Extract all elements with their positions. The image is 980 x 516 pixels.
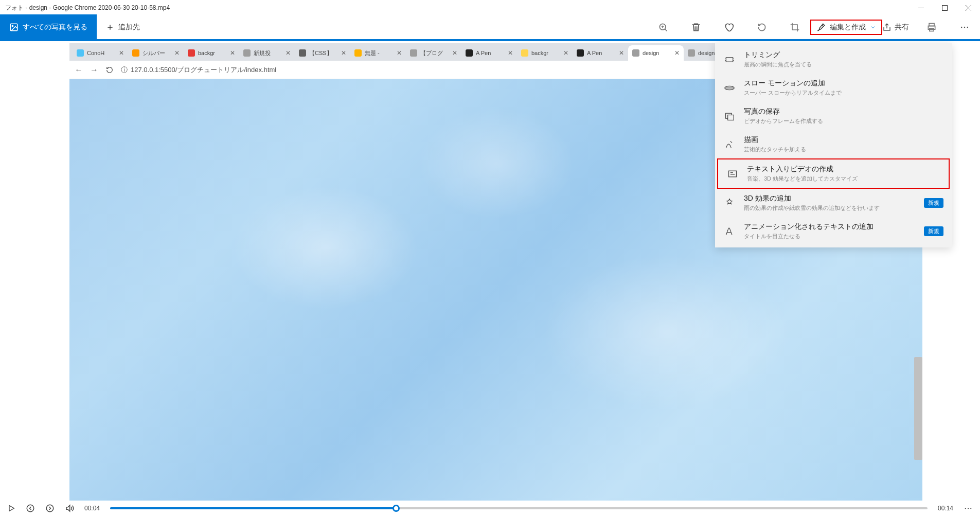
plus-icon: [106, 23, 114, 31]
tab-close-icon[interactable]: ✕: [174, 49, 180, 57]
favicon: [632, 49, 639, 57]
tab-close-icon[interactable]: ✕: [230, 49, 235, 57]
favicon: [521, 49, 528, 57]
tab-close-icon[interactable]: ✕: [452, 49, 457, 57]
tab-label: backgr: [198, 50, 227, 56]
favorite-button[interactable]: [719, 17, 739, 38]
tab-close-icon[interactable]: ✕: [619, 49, 624, 57]
browser-tab[interactable]: 【ブログ✕: [406, 45, 461, 61]
favicon: [688, 49, 695, 57]
menu-item-desc: ビデオからフレームを作成する: [744, 117, 943, 125]
svg-rect-0: [918, 8, 924, 8]
menu-item[interactable]: スロー モーションの追加スーパー スローからリアルタイムまで: [715, 74, 952, 102]
new-badge: 新規: [924, 226, 943, 236]
browser-tab[interactable]: design✕: [628, 45, 684, 61]
reload-icon[interactable]: [105, 66, 114, 74]
menu-item-desc: 芸術的なタッチを加える: [744, 146, 943, 153]
svg-rect-14: [728, 115, 734, 120]
info-icon[interactable]: ⓘ: [121, 65, 128, 75]
previous-frame-button[interactable]: [26, 504, 35, 513]
tab-label: 無題 -: [365, 49, 394, 57]
rotate-button[interactable]: [752, 17, 772, 38]
edit-create-menu: トリミング最高の瞬間に焦点を当てるスロー モーションの追加スーパー スローからリ…: [715, 43, 952, 247]
vertical-scrollbar[interactable]: [914, 357, 922, 460]
browser-tab[interactable]: シルバー✕: [128, 45, 184, 61]
video-controls: 00:04 00:14: [0, 501, 980, 516]
edit-create-button[interactable]: 編集と作成: [810, 20, 882, 35]
browser-tab[interactable]: 無題 -✕: [350, 45, 406, 61]
tab-label: 新規投: [254, 49, 282, 57]
share-button[interactable]: 共有: [882, 23, 909, 32]
svg-point-20: [970, 508, 971, 509]
svg-point-9: [964, 27, 966, 28]
maximize-button[interactable]: [933, 0, 956, 15]
window-title: フォト - design - Google Chrome 2020-06-30 …: [5, 4, 170, 12]
svg-rect-11: [726, 57, 733, 61]
menu-item[interactable]: テキスト入りビデオの作成音楽、3D 効果などを追加してカスタマイズ: [717, 158, 950, 189]
zoom-button[interactable]: [653, 17, 673, 38]
tab-close-icon[interactable]: ✕: [508, 49, 513, 57]
favicon: [466, 49, 473, 57]
menu-item-icon: [723, 225, 736, 238]
menu-item-desc: 雨の効果の作成や紙吹雪の効果の追加などを行います: [744, 204, 916, 212]
browser-tab[interactable]: backgr✕: [517, 45, 573, 61]
menu-item-title: 描画: [744, 135, 943, 145]
tab-close-icon[interactable]: ✕: [341, 49, 346, 57]
seek-thumb[interactable]: [393, 505, 400, 512]
browser-tab[interactable]: 新規投✕: [239, 45, 295, 61]
browser-tab[interactable]: 【CSS】✕: [295, 45, 350, 61]
minimize-button[interactable]: [909, 0, 933, 15]
current-time: 00:04: [84, 505, 100, 512]
delete-button[interactable]: [686, 17, 706, 38]
chevron-down-icon: [870, 24, 876, 30]
close-button[interactable]: [956, 0, 980, 15]
next-frame-button[interactable]: [45, 504, 55, 513]
add-destination-button[interactable]: 追加先: [97, 23, 149, 32]
svg-rect-15: [729, 171, 737, 177]
tab-label: 【ブログ: [420, 49, 449, 57]
forward-icon[interactable]: →: [90, 65, 98, 75]
all-photos-label: すべての写真を見る: [23, 23, 87, 32]
tab-close-icon[interactable]: ✕: [674, 49, 680, 57]
tab-close-icon[interactable]: ✕: [286, 49, 291, 57]
browser-tab[interactable]: ConoH✕: [73, 45, 128, 61]
favicon: [243, 49, 251, 57]
share-icon: [882, 23, 892, 32]
menu-item[interactable]: 写真の保存ビデオからフレームを作成する: [715, 102, 952, 130]
print-button[interactable]: [921, 17, 942, 38]
tab-label: backgr: [531, 50, 560, 56]
titlebar: フォト - design - Google Chrome 2020-06-30 …: [0, 0, 980, 15]
menu-item-title: 3D 効果の追加: [744, 194, 916, 203]
tab-close-icon[interactable]: ✕: [397, 49, 402, 57]
menu-item-desc: タイトルを目立たせる: [744, 233, 916, 240]
menu-item[interactable]: トリミング最高の瞬間に焦点を当てる: [715, 45, 952, 74]
menu-item-icon: [723, 110, 736, 122]
menu-item[interactable]: アニメーション化されるテキストの追加タイトルを目立たせる新規: [715, 217, 952, 245]
volume-button[interactable]: [65, 504, 74, 513]
tab-label: 【CSS】: [309, 49, 338, 57]
tab-close-icon[interactable]: ✕: [563, 49, 568, 57]
more-video-button[interactable]: [964, 504, 973, 513]
favicon: [188, 49, 195, 57]
crop-button[interactable]: [785, 17, 805, 38]
seek-slider[interactable]: [110, 507, 928, 509]
browser-tab[interactable]: backgr✕: [184, 45, 239, 61]
tab-close-icon[interactable]: ✕: [119, 49, 124, 57]
menu-item-icon: [723, 138, 736, 151]
browser-tab[interactable]: A Pen✕: [461, 45, 517, 61]
play-button[interactable]: [7, 504, 15, 512]
url-text[interactable]: 127.0.0.1:5500/ブログチュートリアル/index.html: [131, 65, 276, 75]
browser-tab[interactable]: A Pen✕: [573, 45, 628, 61]
menu-item[interactable]: 描画芸術的なタッチを加える: [715, 130, 952, 158]
favicon: [132, 49, 139, 57]
svg-point-17: [46, 505, 54, 512]
back-icon[interactable]: ←: [75, 65, 83, 75]
tab-label: A Pen: [476, 50, 505, 56]
favicon: [77, 49, 84, 57]
svg-point-8: [961, 27, 963, 28]
total-time: 00:14: [938, 505, 953, 512]
more-button[interactable]: [954, 17, 975, 38]
menu-item[interactable]: 3D 効果の追加雨の効果の作成や紙吹雪の効果の追加などを行います新規: [715, 189, 952, 217]
all-photos-button[interactable]: すべての写真を見る: [0, 14, 97, 40]
menu-item-icon: [723, 82, 736, 94]
